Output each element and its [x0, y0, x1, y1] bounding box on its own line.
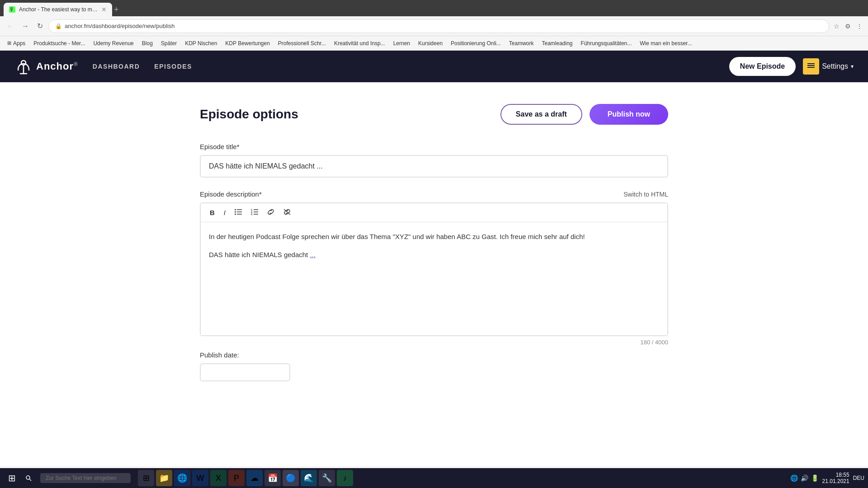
anchor-logo[interactable]: Anchor®	[14, 57, 78, 75]
page-title: Episode options	[200, 107, 298, 122]
browser-toolbar: ← → ↻ 🔒 anchor.fm/dashboard/episode/new/…	[0, 16, 868, 36]
svg-point-8	[235, 211, 236, 213]
bookmark-udemy[interactable]: Udemy Revenue	[90, 39, 137, 48]
bookmark-label: Führungsqualitäten...	[581, 40, 632, 47]
publish-date-label: Publish date:	[200, 351, 668, 359]
main-nav: Anchor® DASHBOARD EPISODES New Episode	[0, 51, 868, 82]
bookmark-apps[interactable]: ⊞ Apps	[4, 39, 29, 48]
tab-favicon: 🎙	[9, 6, 15, 13]
browser-toolbar-icons: ☆ ⚙ ⋮	[832, 21, 864, 32]
bookmark-kdp-nischen[interactable]: KDP Nischen	[181, 39, 221, 48]
bookmark-label: Udemy Revenue	[93, 40, 133, 47]
bookmark-label: Positionierung Onli...	[451, 40, 501, 47]
back-button[interactable]: ←	[4, 20, 16, 32]
ordered-list-button[interactable]: 1.2.3.	[247, 207, 262, 218]
description-label: Episode description*	[200, 190, 262, 198]
nav-episodes[interactable]: EPISODES	[154, 63, 192, 70]
italic-button[interactable]: I	[220, 207, 229, 218]
bookmark-label: Professionell Schr...	[278, 40, 326, 47]
anchor-logo-icon	[14, 57, 33, 75]
bookmark-label: Produktsuche - Mer...	[33, 40, 85, 47]
editor-toolbar: B I 1.2.3.	[201, 203, 667, 222]
bookmark-label: Wie man ein besser...	[640, 40, 692, 47]
bookmark-fuehrung[interactable]: Führungsqualitäten...	[577, 39, 636, 48]
bookmark-label: Lernen	[393, 40, 410, 47]
publish-date-section: Publish date:	[200, 351, 668, 381]
description-header: Episode description* Switch to HTML	[200, 190, 668, 198]
settings-icon	[803, 58, 819, 75]
bookmark-wie-man[interactable]: Wie man ein besser...	[636, 39, 695, 48]
bookmark-label: Apps	[13, 40, 25, 47]
publish-button[interactable]: Publish now	[590, 104, 668, 125]
settings-button[interactable]: Settings ▾	[803, 58, 854, 75]
url-text: anchor.fm/dashboard/episode/new/publish	[65, 23, 175, 29]
bookmark-produktsuche[interactable]: Produktsuche - Mer...	[30, 39, 89, 48]
close-tab-icon[interactable]: ✕	[101, 6, 107, 13]
description-text-line2: DAS hätte ich NIEMALS gedacht ...	[209, 249, 659, 260]
tab-bar: 🎙 Anchor - The easiest way to mai... ✕ +	[0, 0, 868, 16]
bookmark-label: Kursideen	[418, 40, 443, 47]
bookmark-label: Kreativität und Insp...	[334, 40, 385, 47]
bookmark-label: KDP Bewertungen	[225, 40, 270, 47]
bookmark-lernen[interactable]: Lernen	[390, 39, 414, 48]
publish-date-input[interactable]	[200, 363, 290, 381]
new-episode-button[interactable]: New Episode	[729, 57, 796, 76]
nav-dashboard[interactable]: DASHBOARD	[93, 63, 140, 70]
bookmark-label: Blog	[142, 40, 153, 47]
insert-link-button[interactable]	[264, 207, 278, 218]
title-section: Episode title*	[200, 143, 668, 178]
title-label: Episode title*	[200, 143, 668, 150]
nav-left: Anchor® DASHBOARD EPISODES	[14, 57, 192, 75]
bold-button[interactable]: B	[206, 207, 218, 218]
bookmark-icon[interactable]: ☆	[832, 21, 841, 32]
save-draft-button[interactable]: Save as a draft	[500, 104, 582, 125]
extensions-icon[interactable]: ⚙	[843, 21, 853, 32]
bookmark-blog[interactable]: Blog	[138, 39, 156, 48]
description-section: Episode description* Switch to HTML B I …	[200, 190, 668, 346]
forward-button[interactable]: →	[19, 20, 32, 32]
bookmark-label: Später	[161, 40, 177, 47]
bookmark-label: KDP Nischen	[185, 40, 217, 47]
page-header: Episode options Save as a draft Publish …	[200, 104, 668, 125]
nav-right: New Episode Settings ▾	[729, 57, 854, 76]
svg-text:3.: 3.	[251, 213, 253, 215]
editor-body[interactable]: In der heutigen Podcast Folge sprechen w…	[201, 222, 667, 335]
bookmark-positionierung[interactable]: Positionierung Onli...	[447, 39, 505, 48]
switch-html-link[interactable]: Switch to HTML	[623, 191, 668, 198]
bookmark-professionell[interactable]: Professionell Schr...	[274, 39, 330, 48]
svg-rect-4	[807, 65, 815, 66]
bookmark-kdp-bewertungen[interactable]: KDP Bewertungen	[222, 39, 274, 48]
remove-link-button[interactable]	[280, 207, 294, 218]
bookmark-label: Teamleading	[542, 40, 573, 47]
address-bar[interactable]: 🔒 anchor.fm/dashboard/episode/new/publis…	[48, 19, 829, 33]
description-text-line1: In der heutigen Podcast Folge sprechen w…	[209, 231, 659, 242]
bookmark-label: Teamwork	[509, 40, 534, 47]
settings-label: Settings	[822, 62, 848, 70]
tab-title: Anchor - The easiest way to mai...	[19, 6, 98, 13]
svg-point-6	[235, 209, 236, 211]
bookmark-teamwork[interactable]: Teamwork	[505, 39, 538, 48]
header-actions: Save as a draft Publish now	[500, 104, 668, 125]
char-count: 180 / 4000	[200, 339, 668, 346]
settings-chevron-icon: ▾	[851, 63, 854, 70]
refresh-button[interactable]: ↻	[34, 20, 46, 32]
bookmark-teamleading[interactable]: Teamleading	[538, 39, 576, 48]
unordered-list-button[interactable]	[231, 207, 245, 218]
bookmarks-bar: ⊞ Apps Produktsuche - Mer... Udemy Reven…	[0, 36, 868, 51]
browser-tab[interactable]: 🎙 Anchor - The easiest way to mai... ✕	[4, 3, 112, 16]
svg-rect-5	[807, 67, 815, 68]
editor-container: B I 1.2.3.	[200, 202, 668, 336]
svg-rect-3	[807, 63, 815, 64]
page-content: Anchor® DASHBOARD EPISODES New Episode	[0, 51, 868, 466]
title-input[interactable]	[200, 155, 668, 178]
logo-sup: ®	[74, 61, 78, 67]
bookmark-kreativitaet[interactable]: Kreativität und Insp...	[330, 39, 389, 48]
description-link[interactable]: ...	[310, 251, 316, 258]
nav-links: DASHBOARD EPISODES	[93, 63, 192, 70]
menu-icon[interactable]: ⋮	[854, 21, 864, 32]
bookmark-spaeter[interactable]: Später	[157, 39, 180, 48]
new-tab-button[interactable]: +	[114, 5, 119, 14]
logo-text: Anchor®	[36, 61, 78, 72]
svg-point-10	[235, 214, 236, 215]
bookmark-kursideen[interactable]: Kursideen	[415, 39, 446, 48]
